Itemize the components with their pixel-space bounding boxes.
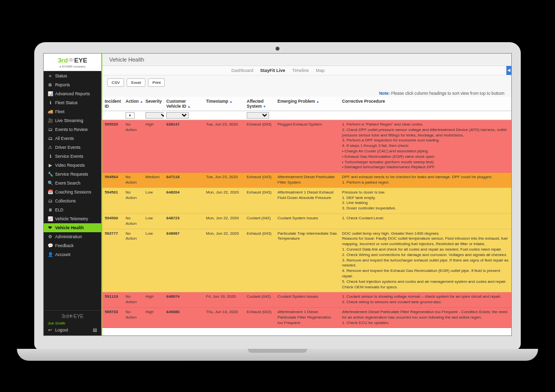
- sort-icon: ▲: [229, 100, 233, 103]
- nav-icon: 📅: [48, 190, 53, 195]
- cell-timestamp: Mon, Jun 22, 2020: [204, 188, 244, 213]
- screen: 3rd👁EYE a DOVER company ≡Status🗎Reports📊…: [43, 53, 512, 336]
- page-title: Vehicle Health: [102, 54, 511, 66]
- col-procedure[interactable]: Corrective Procedure: [340, 97, 511, 111]
- sidebar-item-live-streaming[interactable]: 🎥Live Streaming: [44, 116, 101, 125]
- laptop-base: [17, 349, 538, 361]
- tab-stayfit-live[interactable]: StayFit Live: [260, 68, 285, 73]
- sidebar-item-events-to-review[interactable]: 🗂Events to Review: [44, 125, 101, 134]
- nav-label: Driver Events: [55, 145, 80, 150]
- nav-label: Service Requests: [55, 172, 88, 177]
- sort-icon: ▲: [316, 100, 320, 103]
- col-action[interactable]: Action▲: [123, 97, 143, 111]
- sidebar-item-collections[interactable]: 🗂Collections: [44, 196, 101, 205]
- col-system[interactable]: Affected System▼: [244, 97, 275, 111]
- sort-icon: ▼: [263, 105, 266, 108]
- nav-icon: 🗂: [48, 127, 53, 132]
- filter-action[interactable]: ▾: [126, 112, 135, 119]
- print-button[interactable]: Print: [148, 78, 165, 87]
- sidebar-item-event-search[interactable]: 🔍Event Search: [44, 179, 101, 188]
- sidebar-item-administration[interactable]: ⚙Administration: [44, 232, 101, 241]
- sidebar-item-vehicle-telemetry[interactable]: 📈Vehicle Telemetry: [44, 214, 101, 223]
- tab-timeline[interactable]: Timeline: [292, 68, 309, 73]
- cell-problem: Aftertreatment 1 Diesel Exhaust Fluid Do…: [275, 188, 340, 213]
- sidebar-item-eld[interactable]: 🖥ELD: [44, 205, 101, 214]
- cell-vehicle-id: 648204: [164, 188, 204, 213]
- col-timestamp[interactable]: Timestamp▲: [204, 97, 244, 111]
- nav-icon: 🔧: [48, 172, 53, 177]
- nav-label: All Events: [55, 136, 74, 141]
- nav-icon: ℹ: [48, 154, 53, 159]
- filter-system[interactable]: [247, 112, 269, 119]
- cell-system: Exhaust (043): [244, 120, 275, 173]
- nav-label: Account: [55, 252, 70, 257]
- logout-button[interactable]: ↩ Logout ▤: [48, 327, 97, 332]
- col-severity[interactable]: Severity▲: [143, 97, 164, 111]
- sidebar-item-reports[interactable]: 🗎Reports: [44, 80, 101, 89]
- nav-icon: 🔍: [48, 181, 53, 186]
- sidebar-item-service-requests[interactable]: 🔧Service Requests: [44, 170, 101, 179]
- cell-incident-id: 592777: [102, 229, 123, 292]
- cell-timestamp: Tue, Jun 23, 2020: [204, 120, 244, 173]
- sidebar-item-driver-events[interactable]: ⚠Driver Events: [44, 143, 101, 152]
- laptop-shadow: [24, 360, 531, 375]
- sidebar-item-advanced-reports[interactable]: 📊Advanced Reports: [44, 89, 101, 98]
- footer-logo: 3rd👁EYE: [48, 314, 97, 319]
- nav-label: Vehicle Telemetry: [55, 216, 88, 221]
- table-row[interactable]: 592777No ActionLow648987Mon, Jun 22, 202…: [102, 229, 511, 292]
- col-vehicle[interactable]: Customer Vehicle ID▲: [164, 97, 204, 111]
- table-row[interactable]: 594501No ActionLow648204Mon, Jun 22, 202…: [102, 188, 511, 213]
- sidebar-item-feedback[interactable]: 💬Feedback: [44, 241, 101, 250]
- cell-incident-id: 595520: [102, 120, 123, 173]
- nav-label: Vehicle Health: [55, 225, 84, 230]
- cell-severity: Low: [143, 188, 164, 213]
- sidebar-item-account[interactable]: 👤Account: [44, 250, 101, 259]
- cell-incident-id: 594564: [102, 173, 123, 188]
- nav-label: Status: [55, 73, 67, 78]
- table-row[interactable]: 589733No ActionHigh649380Thu, Jun 18, 20…: [102, 307, 511, 327]
- table-row[interactable]: 595520No ActionHigh638147Tue, Jun 23, 20…: [102, 120, 511, 173]
- cell-problem: Aftertreatment Diesel Particulate Filter…: [275, 173, 340, 188]
- note-label: Note:: [379, 91, 390, 96]
- sidebar-item-video-requests[interactable]: ▶Video Requests: [44, 161, 101, 170]
- cell-severity: Low: [143, 213, 164, 229]
- csv-button[interactable]: CSV: [107, 78, 124, 87]
- cell-severity: High: [143, 307, 164, 327]
- excel-button[interactable]: Excel: [127, 78, 145, 87]
- nav-icon: 🗂: [48, 136, 53, 141]
- tab-map[interactable]: Map: [316, 68, 325, 73]
- col-incident-id[interactable]: Incident ID: [102, 97, 123, 111]
- sidebar-item-fleet[interactable]: 🚚Fleet: [44, 107, 101, 116]
- sidebar-item-status[interactable]: ≡Status: [44, 71, 101, 80]
- nav-icon: ⚙: [48, 234, 53, 239]
- table-row[interactable]: 591119No ActionHigh648974Fri, Jun 19, 20…: [102, 292, 511, 308]
- nav-label: Events to Review: [55, 127, 88, 132]
- nav-label: Reports: [55, 82, 70, 87]
- nav-icon: 📈: [48, 216, 53, 221]
- sidebar-item-all-events[interactable]: 🗂All Events: [44, 134, 101, 143]
- cell-system: Coolant (042): [244, 213, 275, 229]
- sidebar-item-fleet-status[interactable]: ℹFleet Status: [44, 98, 101, 107]
- collapse-sidebar-icon[interactable]: ▤: [93, 327, 97, 332]
- cell-action: No Action: [123, 188, 143, 213]
- logout-label: Logout: [55, 327, 68, 332]
- note-text: Please click column headings to sort vie…: [390, 91, 504, 96]
- sidebar-item-coaching-sessions[interactable]: 📅Coaching Sessions: [44, 188, 101, 196]
- nav-icon: ≡: [48, 73, 53, 78]
- tab-dashboard[interactable]: Dashboard: [231, 68, 253, 73]
- cell-vehicle-id: 638147: [164, 120, 204, 173]
- table-row[interactable]: 594564No ActionMedium647118Tue, Jun 23, …: [102, 173, 511, 188]
- collapse-panel-icon[interactable]: ◀: [506, 66, 511, 75]
- sidebar-footer: 3rd👁EYE Joe Smith ↩ Logout ▤: [44, 310, 101, 335]
- cell-incident-id: 594500: [102, 213, 123, 229]
- col-problem[interactable]: Emerging Problem▲: [275, 97, 340, 111]
- laptop-frame: 3rd👁EYE a DOVER company ≡Status🗎Reports📊…: [34, 42, 521, 350]
- brand-prefix: 3rd: [58, 57, 68, 64]
- filter-vehicle[interactable]: [166, 112, 189, 119]
- sidebar-item-service-events[interactable]: ℹService Events: [44, 152, 101, 161]
- nav-label: Event Search: [55, 181, 80, 186]
- table-row[interactable]: 594500No ActionLow648723Mon, Jun 22, 202…: [102, 213, 511, 229]
- main-content: Vehicle Health DashboardStayFit LiveTime…: [102, 54, 511, 335]
- sidebar-item-vehicle-health[interactable]: ❤Vehicle Health: [44, 223, 101, 232]
- cell-vehicle-id: 648987: [164, 229, 204, 292]
